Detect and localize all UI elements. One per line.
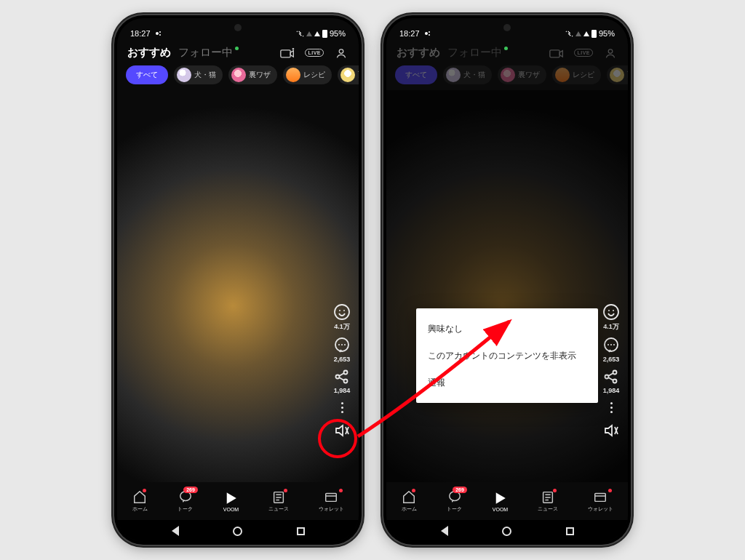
svg-point-25 (613, 310, 614, 311)
svg-point-24 (608, 310, 610, 311)
recents-button[interactable] (566, 527, 574, 535)
comment-button[interactable] (602, 336, 621, 355)
cast-icon (155, 30, 162, 37)
vibrate-icon (296, 30, 304, 38)
signal-icon (306, 31, 312, 36)
category-pill-all[interactable]: すべて (395, 65, 437, 84)
category-row[interactable]: すべて 犬・猫 裏ワザ レシピ 面 (117, 63, 359, 90)
nav-news[interactable]: ニュース (538, 489, 558, 513)
svg-point-11 (344, 344, 346, 345)
svg-point-28 (610, 344, 612, 345)
more-options-button[interactable] (610, 399, 613, 417)
status-time: 18:27 (130, 29, 151, 38)
svg-point-20 (429, 34, 430, 36)
category-pill[interactable]: 裏ワザ (498, 65, 546, 84)
camera-plus-icon[interactable] (280, 47, 295, 59)
svg-point-7 (343, 310, 345, 311)
camera-plus-icon[interactable] (549, 47, 564, 59)
comment-button[interactable] (332, 336, 351, 355)
svg-point-0 (156, 32, 159, 35)
svg-point-5 (335, 305, 349, 319)
share-count: 1,984 (334, 387, 351, 394)
signal-icon (575, 31, 581, 36)
back-button[interactable] (441, 526, 448, 536)
battery-icon (591, 30, 597, 38)
category-pill-all[interactable]: すべて (126, 65, 168, 84)
category-pill[interactable]: 裏ワザ (228, 65, 277, 84)
home-button[interactable] (502, 527, 511, 536)
feed-header: おすすめ フォロー中 LIVE (117, 41, 359, 63)
svg-point-23 (604, 305, 618, 319)
tab-recommended[interactable]: おすすめ (397, 46, 440, 60)
svg-point-1 (159, 31, 161, 33)
nav-news[interactable]: ニュース (268, 489, 289, 513)
profile-icon[interactable] (334, 47, 348, 59)
svg-point-18 (425, 32, 428, 35)
popup-report[interactable]: 通報 (416, 369, 598, 396)
svg-point-2 (159, 34, 161, 36)
phone-frame-right: 18:27 95% おすすめ フォロー中 LIVE すべて 犬・猫 裏ワザ レシ… (383, 15, 631, 545)
comment-count: 2,653 (603, 356, 620, 363)
category-pill[interactable]: 面 (607, 65, 628, 84)
phone-frame-left: 18:27 95% おすすめ フォロー中 LIVE すべて 犬・猫 裏ワザ レシ… (114, 15, 362, 545)
video-feed[interactable]: 興味なし このアカウントのコンテンツを非表示 通報 4.1万 2,653 1,9… (386, 90, 628, 482)
svg-point-6 (339, 310, 340, 311)
avatar-icon (177, 68, 191, 82)
category-pill[interactable]: レシピ (552, 65, 601, 84)
feed-header: おすすめ フォロー中 LIVE (386, 41, 628, 63)
mute-button[interactable] (332, 421, 351, 440)
bottom-nav: ホーム 269トーク VOOM ニュース ウォレット (117, 482, 359, 520)
tab-recommended[interactable]: おすすめ (127, 46, 171, 60)
tab-following[interactable]: フォロー中 (178, 46, 233, 60)
share-button[interactable] (332, 367, 351, 386)
svg-rect-17 (326, 493, 337, 501)
mute-button[interactable] (602, 421, 621, 440)
live-button[interactable]: LIVE (574, 49, 593, 57)
svg-point-19 (429, 31, 430, 33)
category-row: すべて 犬・猫 裏ワザ レシピ 面 (386, 63, 628, 90)
home-button[interactable] (233, 527, 242, 536)
nav-wallet[interactable]: ウォレット (588, 489, 613, 513)
profile-icon[interactable] (603, 47, 618, 59)
status-bar: 18:27 95% (117, 25, 359, 41)
recents-button[interactable] (297, 527, 305, 535)
category-pill[interactable]: 犬・猫 (443, 65, 492, 84)
nav-voom[interactable]: VOOM (492, 491, 508, 512)
bottom-nav: ホーム 269トーク VOOM ニュース ウォレット (386, 482, 628, 520)
avatar-icon (286, 68, 300, 82)
svg-rect-3 (281, 49, 290, 57)
nav-voom[interactable]: VOOM (223, 491, 239, 512)
live-button[interactable]: LIVE (305, 49, 324, 57)
svg-point-27 (607, 344, 609, 345)
options-popup: 興味なし このアカウントのコンテンツを非表示 通報 (416, 308, 598, 403)
svg-rect-21 (550, 49, 559, 57)
like-button[interactable] (332, 303, 351, 321)
category-pill[interactable]: 面 (338, 65, 359, 84)
screen: 18:27 95% おすすめ フォロー中 LIVE すべて 犬・猫 裏ワザ レシ… (386, 18, 628, 542)
svg-point-10 (341, 344, 343, 345)
nav-home[interactable]: ホーム (401, 489, 417, 513)
android-nav-bar (117, 520, 359, 542)
comment-count: 2,653 (334, 356, 351, 363)
more-options-button[interactable] (341, 399, 343, 417)
dim-overlay[interactable] (386, 90, 628, 482)
svg-point-4 (339, 49, 343, 53)
video-feed[interactable]: 4.1万 2,653 1,984 (117, 90, 359, 482)
like-count: 4.1万 (603, 322, 619, 332)
popup-not-interested[interactable]: 興味なし (416, 316, 598, 343)
nav-talk[interactable]: 269トーク (447, 489, 463, 513)
tab-following[interactable]: フォロー中 (447, 46, 502, 60)
share-button[interactable] (602, 367, 621, 386)
screen: 18:27 95% おすすめ フォロー中 LIVE すべて 犬・猫 裏ワザ レシ… (117, 18, 359, 542)
battery-pct: 95% (599, 29, 615, 38)
popup-hide-account[interactable]: このアカウントのコンテンツを非表示 (416, 343, 598, 369)
cast-icon (424, 30, 431, 37)
avatar-icon (231, 68, 246, 82)
nav-talk[interactable]: 269トーク (178, 489, 194, 513)
nav-wallet[interactable]: ウォレット (319, 489, 344, 513)
nav-home[interactable]: ホーム (132, 489, 148, 513)
category-pill[interactable]: レシピ (283, 65, 332, 84)
back-button[interactable] (172, 526, 179, 536)
like-button[interactable] (602, 303, 621, 321)
category-pill[interactable]: 犬・猫 (174, 65, 223, 84)
